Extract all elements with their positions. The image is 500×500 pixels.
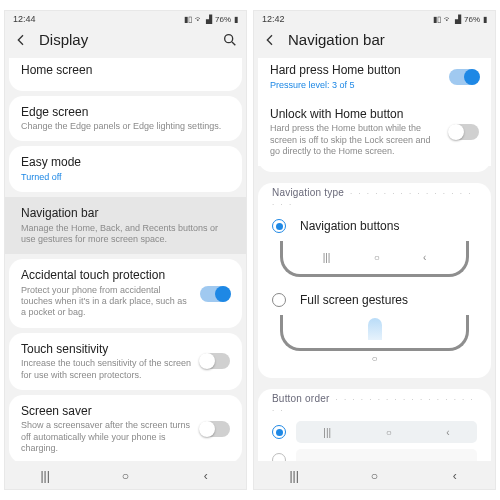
clock: 12:42	[262, 14, 285, 24]
item-easy-mode[interactable]: Easy mode Turned off	[9, 146, 242, 192]
page-title: Navigation bar	[288, 31, 385, 48]
nav-recents[interactable]: |||	[285, 469, 303, 483]
appbar: Display	[5, 25, 246, 58]
back-glyph-icon: ‹	[423, 252, 426, 263]
toggle-screen-saver[interactable]	[200, 421, 230, 437]
wifi-icon: ᯤ	[444, 15, 452, 24]
nav-home[interactable]: ○	[365, 469, 383, 483]
nav-home[interactable]: ○	[116, 469, 134, 483]
nav-back[interactable]: ‹	[446, 469, 464, 483]
settings-list: Home screen Edge screen Change the Edge …	[5, 58, 246, 461]
item-unlock-home[interactable]: Unlock with Home button Hard press the H…	[258, 103, 491, 166]
button-order-option-2[interactable]	[258, 445, 491, 461]
item-sub: Hard press the Home button while the scr…	[270, 123, 441, 157]
wifi-icon: ᯤ	[195, 15, 203, 24]
item-label: Home screen	[21, 63, 230, 79]
item-sub: Protect your phone from accidental touch…	[21, 285, 192, 319]
system-navbar: ||| ○ ‹	[254, 461, 495, 489]
radio-nav-buttons[interactable]	[272, 219, 286, 233]
toggle-unlock-home[interactable]	[449, 124, 479, 140]
page-title: Display	[39, 31, 88, 48]
item-sub: Manage the Home, Back, and Recents butto…	[21, 223, 230, 246]
battery-pct: 76%	[464, 15, 480, 24]
item-navigation-bar[interactable]: Navigation bar Manage the Home, Back, an…	[5, 197, 246, 254]
item-label: Screen saver	[21, 404, 192, 420]
settings-list: Hard press Home button Pressure level: 3…	[254, 58, 495, 461]
clock: 12:44	[13, 14, 36, 24]
order-preview: ||| ○ ‹	[296, 421, 477, 443]
back-glyph-icon: ‹	[446, 427, 449, 438]
item-label: Hard press Home button	[270, 63, 441, 79]
vibrate-icon: ▮▯	[184, 15, 192, 24]
item-touch-sensitivity[interactable]: Touch sensitivity Increase the touch sen…	[9, 333, 242, 390]
item-hard-press[interactable]: Hard press Home button Pressure level: 3…	[258, 58, 491, 103]
item-label: Touch sensitivity	[21, 342, 192, 358]
back-icon[interactable]	[262, 32, 278, 48]
toggle-touch-sensitivity[interactable]	[200, 353, 230, 369]
option-nav-buttons[interactable]: Navigation buttons	[258, 211, 491, 237]
recents-icon: |||	[323, 252, 331, 263]
svg-point-0	[225, 34, 233, 42]
battery-icon: ▮	[483, 15, 487, 24]
section-nav-type: Navigation type· · · · · · · · · · · · ·…	[258, 183, 491, 211]
order-preview	[296, 449, 477, 461]
system-navbar: ||| ○ ‹	[5, 461, 246, 489]
item-label: Navigation bar	[21, 206, 230, 222]
button-order-option-1[interactable]: ||| ○ ‹	[258, 417, 491, 445]
signal-icon: ▟	[206, 15, 212, 24]
phone-left: 12:44 ▮▯ ᯤ ▟ 76% ▮ Display Home screen E…	[4, 10, 247, 490]
item-sub: Change the Edge panels or Edge lighting …	[21, 121, 230, 132]
preview-nav-buttons: ||| ○ ‹	[280, 241, 469, 277]
item-home-screen[interactable]: Home screen	[9, 58, 242, 91]
vibrate-icon: ▮▯	[433, 15, 441, 24]
item-sub: Show a screensaver after the screen turn…	[21, 420, 192, 454]
item-edge-screen[interactable]: Edge screen Change the Edge panels or Ed…	[9, 96, 242, 142]
home-icon: ○	[374, 252, 380, 263]
status-bar: 12:42 ▮▯ ᯤ ▟ 76% ▮	[254, 11, 495, 25]
home-icon: ○	[386, 427, 392, 438]
phone-right: 12:42 ▮▯ ᯤ ▟ 76% ▮ Navigation bar Hard p…	[253, 10, 496, 490]
preview-full-gestures	[280, 315, 469, 351]
nav-back[interactable]: ‹	[197, 469, 215, 483]
item-screen-saver[interactable]: Screen saver Show a screensaver after th…	[9, 395, 242, 461]
item-label: Edge screen	[21, 105, 230, 121]
radio-label: Full screen gestures	[300, 293, 408, 307]
gesture-indicator-icon	[368, 318, 382, 340]
signal-icon: ▟	[455, 15, 461, 24]
item-label: Accidental touch protection	[21, 268, 192, 284]
appbar: Navigation bar	[254, 25, 495, 58]
gesture-home-icon: ○	[258, 353, 491, 364]
nav-recents[interactable]: |||	[36, 469, 54, 483]
item-sub: Turned off	[21, 172, 230, 183]
toggle-accidental-touch[interactable]	[200, 286, 230, 302]
section-button-order: Button order· · · · · · · · · · · · · · …	[258, 389, 491, 417]
recents-icon: |||	[323, 427, 331, 438]
status-bar: 12:44 ▮▯ ᯤ ▟ 76% ▮	[5, 11, 246, 25]
option-full-gestures[interactable]: Full screen gestures	[258, 285, 491, 311]
status-icons: ▮▯ ᯤ ▟ 76% ▮	[184, 15, 238, 24]
radio-order-2[interactable]	[272, 453, 286, 461]
battery-icon: ▮	[234, 15, 238, 24]
radio-label: Navigation buttons	[300, 219, 399, 233]
status-icons: ▮▯ ᯤ ▟ 76% ▮	[433, 15, 487, 24]
search-icon[interactable]	[222, 32, 238, 48]
item-label: Unlock with Home button	[270, 107, 441, 123]
back-icon[interactable]	[13, 32, 29, 48]
battery-pct: 76%	[215, 15, 231, 24]
radio-full-gestures[interactable]	[272, 293, 286, 307]
item-sub: Increase the touch sensitivity of the sc…	[21, 358, 192, 381]
item-sub: Pressure level: 3 of 5	[270, 80, 441, 91]
radio-order-1[interactable]	[272, 425, 286, 439]
toggle-hard-press[interactable]	[449, 69, 479, 85]
item-label: Easy mode	[21, 155, 230, 171]
item-accidental-touch[interactable]: Accidental touch protection Protect your…	[9, 259, 242, 327]
